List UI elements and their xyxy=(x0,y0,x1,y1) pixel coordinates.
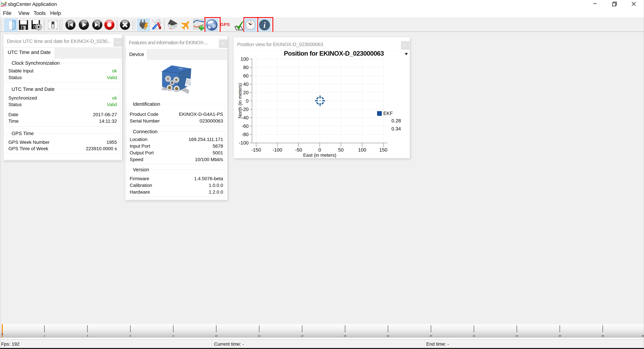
svg-text:100: 100 xyxy=(240,56,248,62)
svg-text:60: 60 xyxy=(243,73,248,78)
svg-text:EKF: EKF xyxy=(383,111,393,116)
svg-text:20: 20 xyxy=(243,90,248,95)
svg-text:-40: -40 xyxy=(242,115,248,120)
svg-text:Position for EKINOX-D_02300006: Position for EKINOX-D_023000063 xyxy=(284,50,384,57)
svg-text:0.28: 0.28 xyxy=(392,118,401,123)
svg-text:0.34: 0.34 xyxy=(392,126,401,131)
svg-text:-100: -100 xyxy=(239,140,248,145)
svg-text:i: i xyxy=(263,21,266,29)
svg-text:0: 0 xyxy=(246,98,248,104)
svg-text:100: 100 xyxy=(358,147,366,153)
svg-text:-20: -20 xyxy=(242,107,248,112)
svg-text:-150: -150 xyxy=(251,147,261,153)
svg-text:40: 40 xyxy=(243,81,248,87)
svg-text:80: 80 xyxy=(243,65,248,70)
svg-text:East (in meters): East (in meters) xyxy=(303,153,336,158)
svg-text:-100: -100 xyxy=(272,147,282,153)
svg-text:-80: -80 xyxy=(242,132,248,137)
svg-text:North (in meters): North (in meters) xyxy=(237,83,242,118)
svg-text:-50: -50 xyxy=(295,147,302,153)
svg-text:-60: -60 xyxy=(242,123,248,129)
svg-text:50: 50 xyxy=(338,147,344,153)
svg-text:150: 150 xyxy=(379,147,387,153)
svg-text:0: 0 xyxy=(318,147,321,153)
